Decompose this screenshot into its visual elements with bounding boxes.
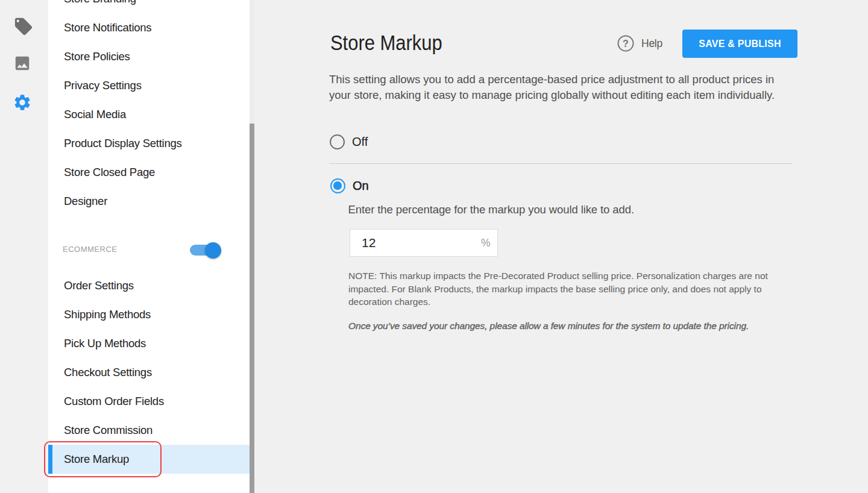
svg-text:?: ? [623,39,629,49]
